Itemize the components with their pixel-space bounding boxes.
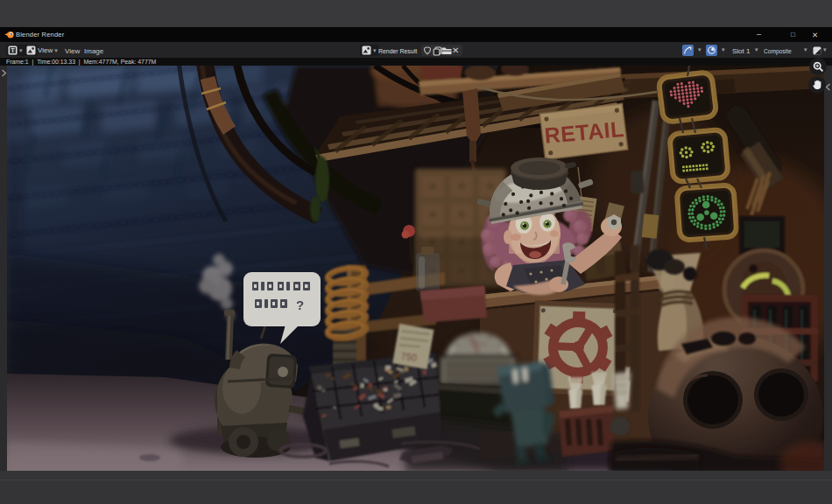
svg-text:T: T bbox=[11, 46, 15, 54]
